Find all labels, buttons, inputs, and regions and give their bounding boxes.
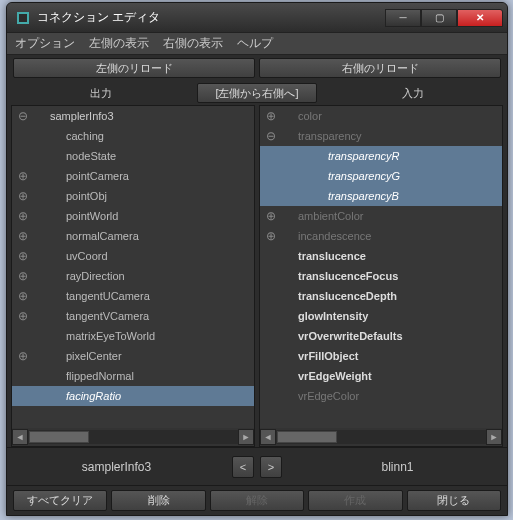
list-item[interactable]: matrixEyeToWorld — [12, 326, 254, 346]
list-item[interactable]: vrFillObject — [260, 346, 502, 366]
expand-icon[interactable] — [16, 169, 30, 183]
list-item[interactable]: normalCamera — [12, 226, 254, 246]
menu-left-display[interactable]: 左側の表示 — [89, 35, 149, 52]
expand-icon[interactable] — [264, 209, 278, 223]
expand-icon[interactable] — [16, 189, 30, 203]
expand-icon[interactable] — [264, 229, 278, 243]
node-bar: samplerInfo3 < > blinn1 — [7, 447, 507, 485]
list-item-label: nodeState — [30, 150, 116, 162]
maximize-button[interactable]: ▢ — [421, 9, 457, 27]
list-item[interactable]: transparencyB — [260, 186, 502, 206]
list-item[interactable]: vrEdgeWeight — [260, 366, 502, 386]
list-item-label: rayDirection — [30, 270, 125, 282]
list-item[interactable]: pointObj — [12, 186, 254, 206]
list-item[interactable]: color — [260, 106, 502, 126]
left-node-name: samplerInfo3 — [7, 460, 226, 474]
list-item[interactable]: ambientColor — [260, 206, 502, 226]
reload-left-button[interactable]: 左側のリロード — [13, 58, 255, 78]
scroll-thumb[interactable] — [277, 431, 337, 443]
minimize-button[interactable]: ─ — [385, 9, 421, 27]
list-item[interactable]: translucence — [260, 246, 502, 266]
list-item-label: matrixEyeToWorld — [30, 330, 155, 342]
list-item[interactable]: incandescence — [260, 226, 502, 246]
scroll-left-icon[interactable]: ◄ — [260, 429, 276, 445]
expand-icon[interactable] — [16, 309, 30, 323]
clear-all-button[interactable]: すべてクリア — [13, 490, 107, 511]
right-list[interactable]: colortransparencytransparencyRtransparen… — [260, 106, 502, 428]
list-item-root[interactable]: samplerInfo3 — [12, 106, 254, 126]
list-item-label: flippedNormal — [30, 370, 134, 382]
scroll-right-icon[interactable]: ► — [238, 429, 254, 445]
list-item[interactable]: rayDirection — [12, 266, 254, 286]
list-item-label: vrFillObject — [278, 350, 359, 362]
expand-icon[interactable] — [16, 289, 30, 303]
panels: samplerInfo3cachingnodeStatepointCamerap… — [7, 105, 507, 447]
list-item-label: tangentVCamera — [30, 310, 149, 322]
right-node-name: blinn1 — [288, 460, 507, 474]
list-item[interactable]: transparency — [260, 126, 502, 146]
list-item[interactable]: translucenceDepth — [260, 286, 502, 306]
list-item-label: tangentUCamera — [30, 290, 150, 302]
list-item-label: pointWorld — [30, 210, 118, 222]
list-item-label: pixelCenter — [30, 350, 122, 362]
list-item[interactable]: pointWorld — [12, 206, 254, 226]
delete-button[interactable]: 削除 — [111, 490, 205, 511]
list-item[interactable]: tangentUCamera — [12, 286, 254, 306]
expand-icon[interactable] — [16, 349, 30, 363]
list-item-label: incandescence — [278, 230, 371, 242]
expand-icon[interactable] — [16, 229, 30, 243]
break-button[interactable]: 解除 — [210, 490, 304, 511]
expand-icon[interactable] — [264, 109, 278, 123]
collapse-icon[interactable] — [16, 109, 30, 123]
list-item[interactable]: vrOverwriteDefaults — [260, 326, 502, 346]
expand-icon[interactable] — [16, 209, 30, 223]
list-item[interactable]: translucenceFocus — [260, 266, 502, 286]
expand-icon[interactable] — [16, 269, 30, 283]
menu-help[interactable]: ヘルプ — [237, 35, 273, 52]
list-item[interactable]: pixelCenter — [12, 346, 254, 366]
list-item[interactable]: facingRatio — [12, 386, 254, 406]
list-item[interactable]: caching — [12, 126, 254, 146]
left-list[interactable]: samplerInfo3cachingnodeStatepointCamerap… — [12, 106, 254, 428]
expand-icon[interactable] — [16, 249, 30, 263]
list-item-label: vrOverwriteDefaults — [278, 330, 403, 342]
make-button[interactable]: 作成 — [308, 490, 402, 511]
list-item-label: translucenceDepth — [278, 290, 397, 302]
list-item[interactable]: pointCamera — [12, 166, 254, 186]
expand-icon[interactable] — [264, 129, 278, 143]
svg-rect-1 — [19, 14, 27, 22]
list-item-label: glowIntensity — [278, 310, 368, 322]
list-item[interactable]: transparencyG — [260, 166, 502, 186]
scroll-right-icon[interactable]: ► — [486, 429, 502, 445]
scroll-left-icon[interactable]: ◄ — [12, 429, 28, 445]
list-item-label: transparency — [278, 130, 362, 142]
list-item[interactable]: glowIntensity — [260, 306, 502, 326]
list-item[interactable]: flippedNormal — [12, 366, 254, 386]
right-panel: colortransparencytransparencyRtransparen… — [259, 105, 503, 447]
list-item[interactable]: nodeState — [12, 146, 254, 166]
menubar: オプション 左側の表示 右側の表示 ヘルプ — [7, 33, 507, 55]
list-item-label: translucenceFocus — [278, 270, 398, 282]
left-scrollbar[interactable]: ◄ ► — [12, 428, 254, 446]
list-item-label: transparencyR — [278, 150, 400, 162]
titlebar[interactable]: コネクション エディタ ─ ▢ ✕ — [7, 3, 507, 33]
next-button[interactable]: > — [260, 456, 282, 478]
connect-direction-button[interactable]: [左側から右側へ] — [197, 83, 317, 103]
list-item-label: caching — [30, 130, 104, 142]
scroll-track[interactable] — [28, 430, 238, 444]
window-title: コネクション エディタ — [37, 9, 385, 26]
column-header: 出力 [左側から右側へ] 入力 — [7, 81, 507, 105]
menu-right-display[interactable]: 右側の表示 — [163, 35, 223, 52]
close-button[interactable]: ✕ — [457, 9, 503, 27]
prev-button[interactable]: < — [232, 456, 254, 478]
right-scrollbar[interactable]: ◄ ► — [260, 428, 502, 446]
list-item[interactable]: uvCoord — [12, 246, 254, 266]
close-footer-button[interactable]: 閉じる — [407, 490, 501, 511]
scroll-thumb[interactable] — [29, 431, 89, 443]
scroll-track[interactable] — [276, 430, 486, 444]
list-item[interactable]: transparencyR — [260, 146, 502, 166]
reload-right-button[interactable]: 右側のリロード — [259, 58, 501, 78]
list-item[interactable]: tangentVCamera — [12, 306, 254, 326]
menu-options[interactable]: オプション — [15, 35, 75, 52]
list-item[interactable]: vrEdgeColor — [260, 386, 502, 406]
